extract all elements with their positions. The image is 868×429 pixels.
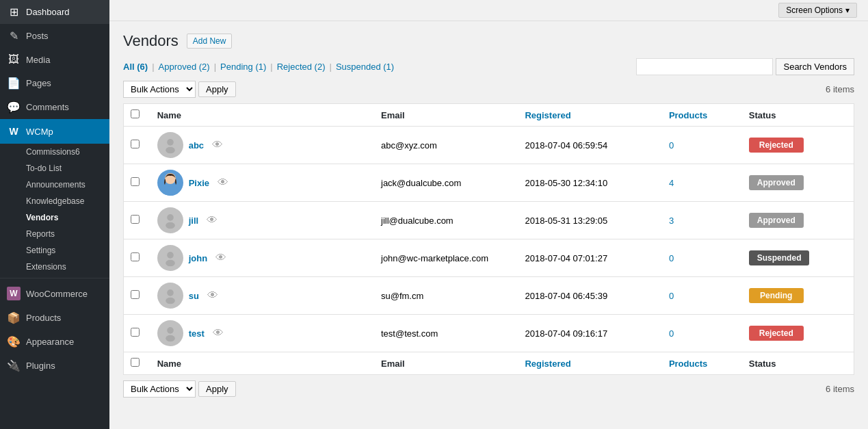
- add-new-button[interactable]: Add New: [187, 34, 233, 49]
- row-checkbox-cell: [124, 202, 150, 239]
- reports-label: Reports: [26, 229, 55, 239]
- sidebar-label-woocommerce: WooCommerce: [26, 289, 88, 299]
- vendor-name-link[interactable]: jill: [189, 216, 198, 226]
- sort-products-link[interactable]: Products: [669, 110, 707, 120]
- select-all-checkbox[interactable]: [131, 109, 140, 118]
- sort-registered-link-bottom[interactable]: Registered: [525, 359, 570, 369]
- sidebar-item-products[interactable]: 📦 Products: [0, 306, 109, 330]
- search-vendors-button[interactable]: Search Vendors: [776, 58, 854, 75]
- sidebar-item-media[interactable]: 🖼 Media: [0, 48, 109, 71]
- settings-label: Settings: [26, 246, 55, 255]
- sidebar-item-plugins[interactable]: 🔌 Plugins: [0, 354, 109, 378]
- bulk-left-bottom: Bulk Actions Apply: [123, 380, 236, 398]
- th-checkbox: [124, 104, 150, 127]
- items-count-bottom: 6 items: [826, 384, 854, 394]
- vendor-name-link[interactable]: john: [189, 253, 207, 263]
- product-count-link[interactable]: 3: [669, 216, 674, 226]
- view-vendor-icon[interactable]: 👁: [218, 177, 228, 189]
- row-checkbox[interactable]: [131, 252, 140, 261]
- svg-point-5: [166, 222, 175, 229]
- table-row: su👁su@fm.cm2018-07-04 06:45:390Pending: [124, 277, 854, 315]
- sidebar-item-dashboard[interactable]: ⊞ Dashboard: [0, 0, 109, 24]
- row-checkbox[interactable]: [131, 215, 140, 224]
- product-count-link[interactable]: 4: [669, 178, 674, 188]
- vendor-name-link[interactable]: abc: [189, 140, 204, 151]
- filter-pending[interactable]: Pending (1): [220, 62, 266, 72]
- vendors-label: Vendors: [26, 213, 58, 222]
- sidebar-label-products: Products: [26, 313, 61, 323]
- th-products[interactable]: Products: [662, 104, 742, 127]
- sidebar-sub-announcements[interactable]: Announcements: [0, 177, 109, 193]
- view-vendor-icon[interactable]: 👁: [215, 252, 226, 264]
- filter-suspended[interactable]: Suspended (1): [336, 62, 394, 72]
- row-checkbox[interactable]: [131, 140, 140, 148]
- apply-button-top[interactable]: Apply: [198, 81, 236, 97]
- plugins-icon: 🔌: [7, 359, 21, 372]
- sidebar-item-appearance[interactable]: 🎨 Appearance: [0, 330, 109, 354]
- row-registered-cell: 2018-07-04 06:59:54: [518, 127, 661, 164]
- filter-approved[interactable]: Approved (2): [159, 62, 210, 72]
- sidebar-sub-extensions[interactable]: Extensions: [0, 259, 109, 275]
- sidebar-item-pages[interactable]: 📄 Pages: [0, 71, 109, 95]
- sort-products-link-bottom[interactable]: Products: [669, 359, 707, 369]
- sidebar-label-dashboard: Dashboard: [26, 7, 70, 17]
- th-status: Status: [742, 104, 854, 127]
- search-vendors-input[interactable]: [636, 58, 773, 75]
- table-body: abc👁abc@xyz.com2018-07-04 06:59:540Rejec…: [124, 127, 854, 352]
- vendor-name-link[interactable]: su: [189, 291, 199, 301]
- view-vendor-icon[interactable]: 👁: [207, 289, 218, 302]
- row-status-cell: Approved: [742, 164, 854, 202]
- row-checkbox-cell: [124, 239, 150, 277]
- row-registered-cell: 2018-07-04 09:16:17: [518, 315, 661, 352]
- bulk-actions-select-bottom[interactable]: Bulk Actions: [123, 380, 196, 398]
- svg-point-4: [167, 214, 174, 221]
- view-vendor-icon[interactable]: 👁: [213, 327, 224, 339]
- row-checkbox[interactable]: [131, 290, 140, 299]
- row-checkbox[interactable]: [131, 328, 140, 337]
- sidebar-item-wcmp[interactable]: W WCMp: [0, 119, 109, 144]
- sidebar-sub-knowledgebase[interactable]: Knowledgebase: [0, 193, 109, 209]
- row-name-cell: abc👁: [150, 127, 374, 164]
- status-badge: Rejected: [749, 138, 804, 153]
- sidebar-item-woocommerce[interactable]: W WooCommerce: [0, 281, 109, 306]
- tf-products[interactable]: Products: [662, 352, 742, 375]
- sidebar-sub-settings[interactable]: Settings: [0, 242, 109, 259]
- svg-point-10: [167, 327, 174, 334]
- sidebar-item-comments[interactable]: 💬 Comments: [0, 95, 109, 119]
- product-count-link[interactable]: 0: [669, 253, 674, 263]
- sidebar-sub-vendors[interactable]: Vendors: [0, 209, 109, 226]
- screen-options-button[interactable]: Screen Options ▾: [778, 3, 857, 18]
- pages-icon: 📄: [7, 77, 21, 90]
- filter-rejected[interactable]: Rejected (2): [277, 62, 326, 72]
- th-email: Email: [374, 104, 518, 127]
- product-count-link[interactable]: 0: [669, 140, 674, 151]
- view-vendor-icon[interactable]: 👁: [212, 139, 223, 151]
- row-name-cell: su👁: [150, 277, 374, 315]
- row-status-cell: Pending: [742, 277, 854, 315]
- tf-registered[interactable]: Registered: [518, 352, 661, 375]
- sidebar-label-plugins: Plugins: [26, 361, 55, 371]
- sidebar-sub-commissions[interactable]: Commissions 6: [0, 144, 109, 160]
- view-vendor-icon[interactable]: 👁: [207, 214, 218, 226]
- row-checkbox[interactable]: [131, 177, 140, 186]
- product-count-link[interactable]: 0: [669, 291, 674, 301]
- sidebar-item-posts[interactable]: ✎ Posts: [0, 24, 109, 48]
- sidebar-sub-todo[interactable]: To-do List: [0, 160, 109, 177]
- row-name-cell: test👁: [150, 315, 374, 352]
- product-count-link[interactable]: 0: [669, 328, 674, 339]
- filter-all[interactable]: All (6): [123, 62, 148, 72]
- svg-point-1: [166, 147, 175, 154]
- row-registered-cell: 2018-05-31 13:29:05: [518, 202, 661, 239]
- row-status-cell: Suspended: [742, 239, 854, 277]
- commissions-label: Commissions: [26, 147, 75, 157]
- vendor-name-link[interactable]: Pixie: [189, 178, 209, 188]
- select-all-checkbox-bottom[interactable]: [131, 358, 140, 367]
- sidebar-sub-reports[interactable]: Reports: [0, 226, 109, 242]
- vendor-name-link[interactable]: test: [189, 328, 205, 339]
- th-registered[interactable]: Registered: [518, 104, 661, 127]
- apply-button-bottom[interactable]: Apply: [198, 381, 236, 397]
- row-email-cell: test@test.com: [374, 315, 518, 352]
- active-indicator: [104, 126, 109, 137]
- sort-registered-link[interactable]: Registered: [525, 110, 570, 120]
- bulk-actions-select-top[interactable]: Bulk Actions: [123, 81, 196, 98]
